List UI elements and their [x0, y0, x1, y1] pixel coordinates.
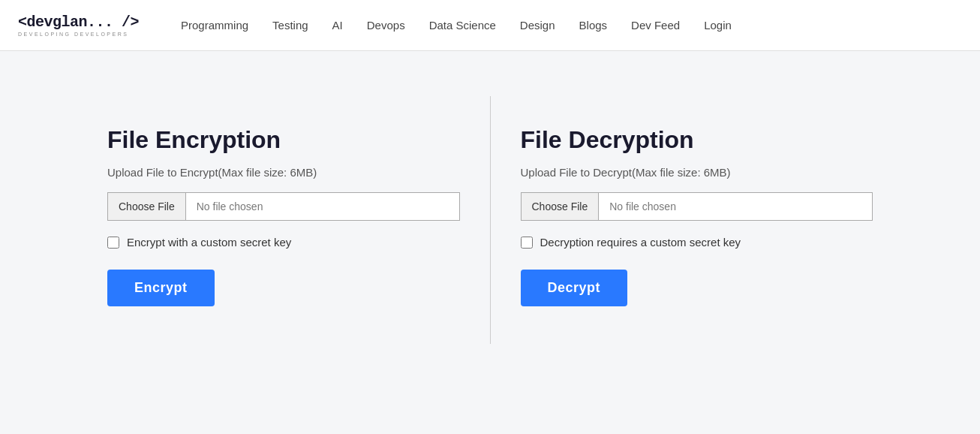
- nav-link-devfeed[interactable]: Dev Feed: [619, 13, 692, 38]
- nav-link-blogs[interactable]: Blogs: [567, 13, 620, 38]
- encryption-panel: File Encryption Upload File to Encrypt(M…: [77, 96, 490, 344]
- nav-link-ai[interactable]: AI: [320, 13, 355, 38]
- nav-link-login[interactable]: Login: [692, 13, 744, 38]
- nav-item-devfeed[interactable]: Dev Feed: [619, 13, 692, 38]
- encrypt-custom-key-checkbox[interactable]: [107, 237, 119, 249]
- encryption-subtitle: Upload File to Encrypt(Max file size: 6M…: [107, 166, 460, 179]
- nav-link-design[interactable]: Design: [508, 13, 567, 38]
- nav-link-datascience[interactable]: Data Science: [417, 13, 508, 38]
- panels-container: File Encryption Upload File to Encrypt(M…: [77, 96, 903, 344]
- nav-item-design[interactable]: Design: [508, 13, 567, 38]
- nav-item-testing[interactable]: Testing: [260, 13, 320, 38]
- decrypt-checkbox-label[interactable]: Decryption requires a custom secret key: [540, 236, 741, 249]
- decryption-choose-file-button[interactable]: Choose File: [522, 193, 600, 220]
- decryption-title: File Decryption: [521, 126, 873, 154]
- decryption-subtitle: Upload File to Decrypt(Max file size: 6M…: [521, 166, 873, 179]
- decryption-panel: File Decryption Upload File to Decrypt(M…: [491, 96, 903, 344]
- encryption-file-name: No file chosen: [186, 193, 459, 220]
- nav-item-ai[interactable]: AI: [320, 13, 355, 38]
- encrypt-button[interactable]: Encrypt: [107, 270, 215, 306]
- nav-links: Programming Testing AI Devops Data Scien…: [169, 13, 744, 38]
- logo-title: <devglan... />: [18, 14, 139, 31]
- nav-item-devops[interactable]: Devops: [355, 13, 417, 38]
- decryption-checkbox-row: Decryption requires a custom secret key: [521, 236, 873, 249]
- decrypt-custom-key-checkbox[interactable]: [521, 237, 533, 249]
- encryption-choose-file-button[interactable]: Choose File: [108, 193, 186, 220]
- decrypt-button[interactable]: Decrypt: [521, 270, 628, 306]
- main-content: File Encryption Upload File to Encrypt(M…: [0, 51, 980, 434]
- nav-link-testing[interactable]: Testing: [260, 13, 320, 38]
- nav-item-programming[interactable]: Programming: [169, 13, 260, 38]
- nav-item-blogs[interactable]: Blogs: [567, 13, 620, 38]
- nav-link-programming[interactable]: Programming: [169, 13, 260, 38]
- encrypt-checkbox-label[interactable]: Encrypt with a custom secret key: [127, 236, 291, 249]
- decryption-file-input-wrapper[interactable]: Choose File No file chosen: [521, 192, 873, 221]
- nav-link-devops[interactable]: Devops: [355, 13, 417, 38]
- logo-subtitle: Developing Developers: [18, 32, 139, 37]
- logo: <devglan... /> Developing Developers: [18, 14, 139, 37]
- encryption-checkbox-row: Encrypt with a custom secret key: [107, 236, 460, 249]
- navbar: <devglan... /> Developing Developers Pro…: [0, 0, 980, 51]
- encryption-title: File Encryption: [107, 126, 460, 154]
- decryption-file-name: No file chosen: [599, 193, 872, 220]
- nav-item-login[interactable]: Login: [692, 13, 744, 38]
- encryption-file-input-wrapper[interactable]: Choose File No file chosen: [107, 192, 460, 221]
- nav-item-datascience[interactable]: Data Science: [417, 13, 508, 38]
